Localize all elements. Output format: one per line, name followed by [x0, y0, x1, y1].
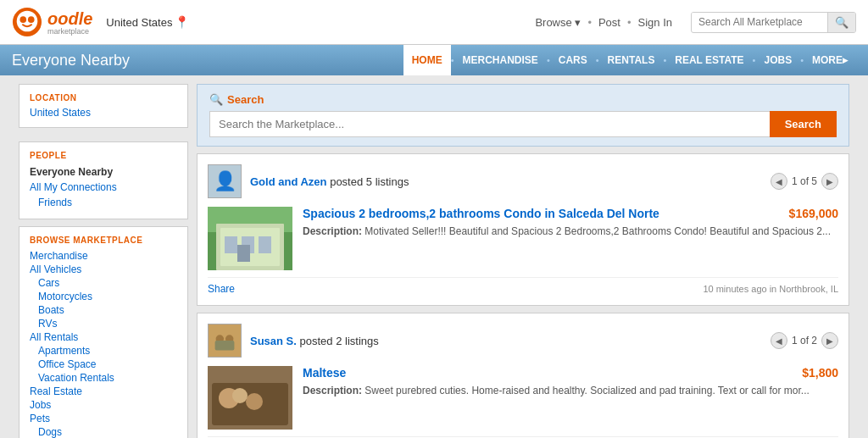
listing-1-thumbnail	[208, 207, 292, 270]
browse-link[interactable]: Browse ▾	[535, 16, 581, 29]
search-section: 🔍 Search Search	[197, 84, 849, 147]
logo-sub: marketplace	[47, 28, 92, 36]
sidebar: LOCATION United States PEOPLE Everyone N…	[19, 84, 188, 438]
sidebar-jobs[interactable]: Jobs	[30, 398, 177, 412]
sidebar-pets[interactable]: Pets	[30, 412, 177, 425]
sidebar-cars[interactable]: Cars	[38, 276, 177, 290]
header-nav: Browse ▾ • Post • Sign In	[535, 16, 672, 29]
listing-2-desc-label: Description:	[303, 385, 362, 396]
svg-point-19	[246, 393, 263, 410]
listing-1-page-text: 1 of 5	[792, 175, 817, 187]
listing-2-page-text: 1 of 2	[792, 335, 817, 347]
tab-real-estate[interactable]: REAL ESTATE	[666, 45, 752, 75]
sidebar-all-rentals[interactable]: All Rentals	[30, 330, 177, 344]
nav-dot-1: •	[587, 16, 592, 29]
logo-area: oodle marketplace	[12, 7, 92, 37]
sidebar-vacation-rentals[interactable]: Vacation Rentals	[38, 371, 177, 385]
sidebar-all-connections[interactable]: All My Connections	[30, 180, 177, 195]
browse-section-title: BROWSE MARKETPLACE	[30, 236, 177, 245]
listing-1-title-link[interactable]: Spacious 2 bedrooms,2 bathrooms Condo in…	[303, 207, 659, 220]
sidebar-merchandise[interactable]: Merchandise	[30, 249, 177, 263]
listing-1-poster-name: Gold and Azen posted 5 listings	[250, 175, 409, 188]
tab-rentals[interactable]: RENTALS	[599, 45, 664, 75]
listing-1-description: Description: Motivated Seller!!! Beautif…	[303, 225, 838, 239]
listing-2-body: Maltese $1,800 Description: Sweet purebr…	[208, 366, 838, 430]
listing-2-poster-link[interactable]: Susan S.	[250, 335, 297, 347]
listing-card-1: 👤 Gold and Azen posted 5 listings ◀ 1 of…	[197, 153, 849, 306]
listing-1-price: $169,000	[789, 207, 838, 220]
signin-link[interactable]: Sign In	[638, 16, 672, 29]
tab-more[interactable]: MORE ▸	[804, 45, 856, 75]
sidebar-real-estate[interactable]: Real Estate	[30, 385, 177, 398]
tab-home[interactable]: HOME	[403, 45, 451, 75]
sidebar-apartments[interactable]: Apartments	[38, 344, 177, 358]
listing-1-footer: Share 10 minutes ago in Northbrook, IL	[208, 277, 838, 295]
listing-2-details: Maltese $1,800 Description: Sweet purebr…	[303, 366, 838, 430]
header: oodle marketplace United States 📍 Browse…	[0, 0, 868, 45]
location-pin-icon: 📍	[175, 15, 189, 29]
svg-rect-11	[237, 245, 250, 262]
sidebar-boats[interactable]: Boats	[38, 303, 177, 317]
sidebar-location-section: LOCATION United States	[19, 84, 188, 128]
listing-2-next-btn[interactable]: ▶	[821, 332, 838, 349]
listing-1-next-btn[interactable]: ▶	[821, 173, 838, 190]
listing-2-avatar	[208, 324, 242, 358]
sidebar-office-space[interactable]: Office Space	[38, 358, 177, 371]
tab-jobs[interactable]: JOBS	[755, 45, 800, 75]
tab-cars[interactable]: CARS	[550, 45, 596, 75]
listing-2-title-link[interactable]: Maltese	[303, 366, 346, 380]
header-search-input[interactable]	[692, 13, 827, 31]
listing-2-pagination: ◀ 1 of 2 ▶	[771, 332, 838, 349]
listing-1-avatar: 👤	[208, 164, 242, 198]
listing-2-header: Susan S. posted 2 listings ◀ 1 of 2 ▶	[208, 324, 838, 358]
sidebar-motorcycles[interactable]: Motorcycles	[38, 290, 177, 303]
header-search-button[interactable]: 🔍	[827, 13, 855, 32]
sidebar-all-vehicles[interactable]: All Vehicles	[30, 263, 177, 276]
sidebar-dogs[interactable]: Dogs	[38, 425, 177, 438]
sidebar-friends[interactable]: Friends	[38, 195, 177, 210]
listing-1-poster-link[interactable]: Gold and Azen	[250, 175, 327, 188]
listing-2-price: $1,800	[802, 366, 838, 380]
listing-2-posted-text: posted 2 listings	[300, 335, 379, 347]
oodle-logo-icon	[12, 7, 42, 37]
svg-point-3	[28, 16, 35, 23]
listing-1-pagination: ◀ 1 of 5 ▶	[771, 173, 838, 190]
sidebar-location-link[interactable]: United States	[30, 107, 177, 119]
location-text: United States	[106, 16, 172, 29]
tab-merchandise[interactable]: MERCHANDISE	[454, 45, 547, 75]
listing-2-prev-btn[interactable]: ◀	[771, 332, 787, 349]
post-link[interactable]: Post	[598, 16, 620, 29]
listing-1-time: 10 minutes ago in Northbrook, IL	[703, 284, 838, 294]
svg-rect-15	[215, 341, 235, 350]
sidebar-people-section: PEOPLE Everyone Nearby All My Connection…	[19, 141, 188, 219]
listing-1-prev-btn[interactable]: ◀	[771, 173, 787, 190]
listing-1-poster: 👤 Gold and Azen posted 5 listings	[208, 164, 409, 198]
content-area: 🔍 Search Search 👤 Gold and Azen posted 5…	[197, 84, 849, 438]
svg-point-1	[17, 11, 38, 32]
svg-rect-8	[225, 236, 237, 253]
nav-dot-2: •	[627, 16, 632, 29]
main-container: LOCATION United States PEOPLE Everyone N…	[10, 84, 858, 438]
header-location[interactable]: United States 📍	[106, 15, 189, 29]
listing-1-desc-label: Description:	[303, 225, 362, 237]
svg-point-2	[19, 16, 26, 23]
sidebar-browse-section: BROWSE MARKETPLACE Merchandise All Vehic…	[19, 226, 188, 438]
listing-2-description: Description: Sweet purebred cuties. Home…	[303, 384, 838, 398]
listing-1-share-link[interactable]: Share	[208, 283, 235, 295]
listing-1-details: Spacious 2 bedrooms,2 bathrooms Condo in…	[303, 207, 838, 270]
svg-point-20	[232, 388, 248, 403]
blue-nav-bar: Everyone Nearby HOME • MERCHANDISE • CAR…	[0, 45, 868, 75]
listing-2-desc-text: Sweet purebred cuties. Home-raised and h…	[364, 385, 810, 396]
logo-text: oodle	[47, 9, 92, 28]
location-section-title: LOCATION	[30, 93, 177, 103]
listing-2-thumbnail	[208, 366, 292, 430]
search-label: 🔍 Search	[209, 93, 837, 106]
sidebar-rvs[interactable]: RVs	[38, 317, 177, 330]
page-title: Everyone Nearby	[12, 52, 130, 69]
sidebar-everyone-nearby[interactable]: Everyone Nearby	[30, 164, 177, 180]
listing-1-header: 👤 Gold and Azen posted 5 listings ◀ 1 of…	[208, 164, 838, 198]
search-marketplace-input[interactable]	[209, 111, 770, 137]
listing-card-2: Susan S. posted 2 listings ◀ 1 of 2 ▶	[197, 313, 849, 438]
listing-2-poster: Susan S. posted 2 listings	[208, 324, 379, 358]
search-marketplace-button[interactable]: Search	[770, 111, 837, 137]
